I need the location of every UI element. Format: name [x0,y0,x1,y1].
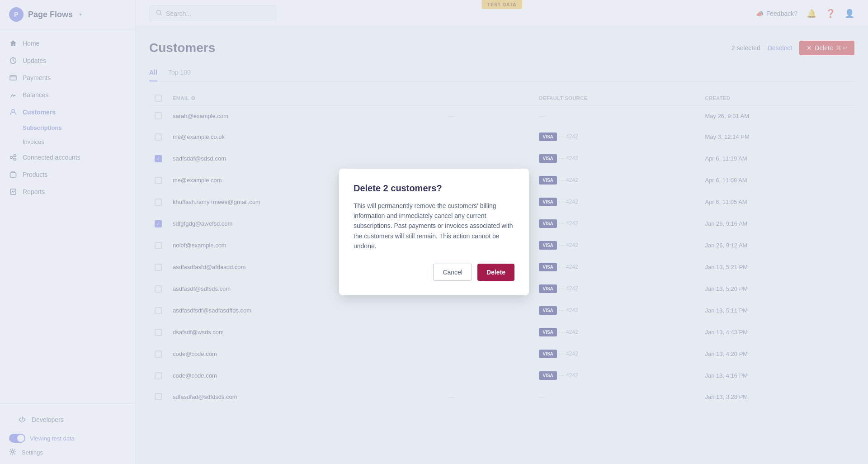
confirm-delete-button[interactable]: Delete [477,264,514,281]
modal-title: Delete 2 customers? [354,183,514,194]
cancel-button[interactable]: Cancel [433,264,472,281]
modal-actions: Cancel Delete [354,264,514,281]
modal-body: This will permanently remove the custome… [354,201,514,251]
modal-overlay[interactable]: Delete 2 customers? This will permanentl… [0,0,868,464]
delete-modal: Delete 2 customers? This will permanentl… [339,169,529,296]
